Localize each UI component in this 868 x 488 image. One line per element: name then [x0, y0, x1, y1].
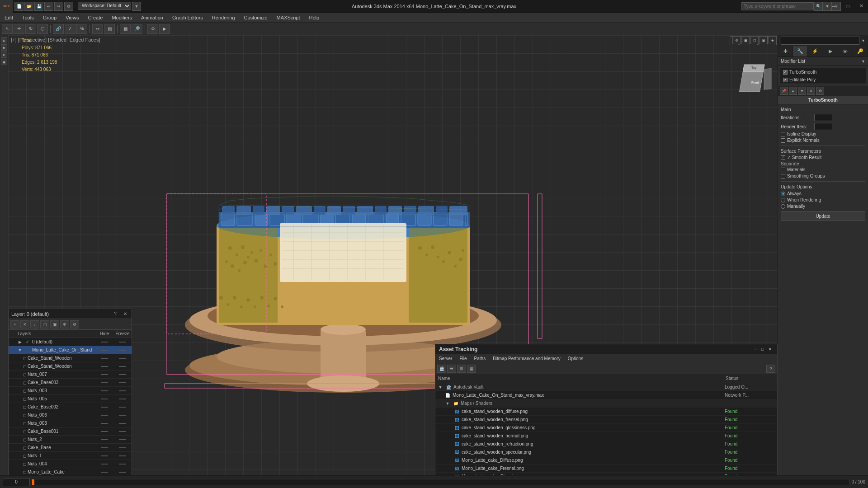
- ts-smooth-result-checkbox[interactable]: ✓: [781, 155, 785, 160]
- layer-item-nuts-004[interactable]: ◻ Nuts_004: [9, 460, 132, 468]
- asset-glossiness-wooden[interactable]: 🖼 cake_stand_wooden_glossiness.png Found: [435, 424, 777, 432]
- menu-create[interactable]: Create: [83, 14, 107, 21]
- layer-item-nuts-008[interactable]: ◻ Nuts_008: [9, 387, 132, 395]
- layer-freeze-mlc[interactable]: [113, 472, 132, 473]
- percent-snap[interactable]: %: [76, 24, 87, 34]
- ts-smoothing-groups-checkbox[interactable]: [781, 174, 785, 178]
- layers-add-selected-btn[interactable]: ↓: [30, 320, 39, 328]
- left-tool-1[interactable]: ▲: [1, 37, 7, 43]
- asset-list[interactable]: ▼ 🏦 Autodesk Vault Logged O... 📄 Mono_La…: [435, 383, 777, 483]
- mod-delete-icon[interactable]: ✕: [807, 87, 815, 95]
- menu-edit[interactable]: Edit: [0, 14, 18, 21]
- layers-select-objects-btn[interactable]: ◻: [40, 320, 49, 328]
- layer-freeze-n2[interactable]: [113, 439, 132, 440]
- layer-item-cake-base002[interactable]: ◻ Cake_Base002: [9, 403, 132, 411]
- asset-group-maps[interactable]: ▼ 📁 Maps / Shaders: [435, 399, 777, 408]
- layer-freeze-cb3[interactable]: [113, 382, 132, 383]
- menu-group[interactable]: Group: [38, 14, 61, 21]
- navigation-cube[interactable]: Front Top: [738, 62, 774, 99]
- workspace-expand[interactable]: ▼: [132, 2, 141, 11]
- layer-hide-n8[interactable]: [95, 390, 113, 391]
- tab-hierarchy[interactable]: ⚡: [808, 46, 823, 56]
- tab-create[interactable]: ✚: [778, 46, 793, 56]
- layer-freeze-cb[interactable]: [113, 447, 132, 448]
- layer-item-nuts-007[interactable]: ◻ Nuts_007: [9, 371, 132, 379]
- layer-item-cake-base[interactable]: ◻ Cake_Base: [9, 444, 132, 452]
- layer-freeze-n8[interactable]: [113, 390, 132, 391]
- asset-grid-btn[interactable]: ⊞: [457, 365, 466, 373]
- modifier-turbosmooth[interactable]: ✓ TurboSmooth: [780, 68, 866, 76]
- menu-customize[interactable]: Customize: [240, 14, 272, 21]
- layer-manager[interactable]: ▦: [120, 24, 131, 34]
- asset-normal-wooden[interactable]: 🖼 cake_stand_wooden_normal.png Found: [435, 432, 777, 440]
- menu-graph-editors[interactable]: Graph Editors: [168, 14, 208, 21]
- layer-item-cake-base001[interactable]: ◻ Cake_Base001: [9, 427, 132, 436]
- layer-expand-icon[interactable]: ▶: [17, 339, 23, 345]
- scene-explorer[interactable]: 🔎: [132, 24, 142, 34]
- asset-col-name-header[interactable]: Name: [435, 376, 723, 381]
- menu-modifiers[interactable]: Modifiers: [107, 14, 137, 21]
- layer-item-nuts-005[interactable]: ◻ Nuts_005: [9, 395, 132, 403]
- layer-freeze-cs2[interactable]: [113, 366, 132, 367]
- layer-freeze-n7[interactable]: [113, 374, 132, 375]
- layer-hide-n2[interactable]: [95, 439, 113, 440]
- asset-menu-options[interactable]: Options: [564, 355, 587, 362]
- layer-item-nuts-1[interactable]: ◻ Nuts_1: [9, 452, 132, 460]
- layer-item-0-default[interactable]: ▶ ✓ 0 (default): [9, 338, 132, 346]
- redo-btn[interactable]: ↪: [54, 2, 63, 11]
- ts-explicit-normals-checkbox[interactable]: [781, 138, 785, 143]
- layer-freeze-n6[interactable]: [113, 415, 132, 416]
- ts-when-rendering-radio[interactable]: [781, 198, 785, 202]
- timeline-bar[interactable]: [32, 479, 849, 485]
- workspace-selector[interactable]: Workspace: Default: [78, 2, 131, 10]
- mirror-tool[interactable]: ⇔: [92, 24, 103, 34]
- mod-pin-icon[interactable]: 📌: [780, 87, 788, 95]
- object-name-input[interactable]: Cake_Base002: [781, 37, 859, 45]
- asset-menu-paths[interactable]: Paths: [471, 355, 490, 362]
- snap-toggle[interactable]: 🔗: [53, 24, 64, 34]
- layer-freeze-cb2[interactable]: [113, 407, 132, 408]
- undo-btn[interactable]: ↩: [44, 2, 53, 11]
- mod-config-icon[interactable]: ⚙: [816, 87, 824, 95]
- layer-item-cake-stand-1[interactable]: ◻ Cake_Stand_Wooden: [9, 354, 132, 362]
- tab-display[interactable]: 👁: [838, 46, 853, 56]
- layer-hide-mono[interactable]: [95, 350, 113, 351]
- layer-hide-cs2[interactable]: [95, 366, 113, 367]
- left-tool-3[interactable]: ●: [1, 52, 7, 58]
- layer-freeze-cs1[interactable]: [113, 358, 132, 359]
- layer-freeze-0[interactable]: [113, 342, 132, 343]
- open-btn[interactable]: 📂: [24, 2, 33, 11]
- layer-hide-cb2[interactable]: [95, 407, 113, 408]
- layer-item-cake-stand-2[interactable]: ◻ Cake_Stand_Wooden: [9, 362, 132, 371]
- close-button[interactable]: ✕: [854, 0, 868, 13]
- tab-modify[interactable]: 🔧: [793, 46, 808, 56]
- search-icon[interactable]: 🔍: [814, 2, 823, 11]
- asset-help-btn[interactable]: ?: [766, 365, 775, 373]
- layer-hide-n6[interactable]: [95, 415, 113, 416]
- asset-specular-wooden[interactable]: 🖼 cake_stand_wooden_specular.png Found: [435, 448, 777, 456]
- layer-hide-cs1[interactable]: [95, 358, 113, 359]
- menu-tools[interactable]: Tools: [18, 14, 38, 21]
- modifier-editable-poly[interactable]: ✓ Editable Poly: [780, 76, 866, 84]
- left-tool-2[interactable]: ■: [1, 44, 7, 51]
- rotate-tool[interactable]: ↻: [25, 24, 36, 34]
- modifier-list-arrow[interactable]: ▼: [861, 59, 865, 64]
- layer-freeze-n3[interactable]: [113, 423, 132, 424]
- tab-motion[interactable]: ▶: [823, 46, 838, 56]
- layer-hide-n1[interactable]: [95, 455, 113, 456]
- asset-frensel-wooden[interactable]: 🖼 cake_stand_wooden_frensel.png Found: [435, 416, 777, 424]
- asset-col-status-header[interactable]: Status: [723, 376, 777, 381]
- search-input[interactable]: [741, 2, 814, 10]
- object-name-arrow[interactable]: ▼: [861, 38, 865, 43]
- asset-restore-button[interactable]: □: [759, 346, 766, 353]
- ts-always-radio[interactable]: [781, 192, 785, 196]
- layer-hide-mlc[interactable]: [95, 472, 113, 473]
- layer-freeze-cb1[interactable]: [113, 431, 132, 432]
- new-btn[interactable]: 📄: [14, 2, 24, 11]
- layer-freeze-n04[interactable]: [113, 464, 132, 465]
- asset-group-vault[interactable]: ▼ 🏦 Autodesk Vault Logged O...: [435, 383, 777, 391]
- render-btn[interactable]: ▶: [159, 24, 170, 34]
- menu-views[interactable]: Views: [61, 14, 83, 21]
- menu-maxscript[interactable]: MAXScript: [272, 14, 305, 21]
- asset-list-btn[interactable]: ☰: [447, 365, 456, 373]
